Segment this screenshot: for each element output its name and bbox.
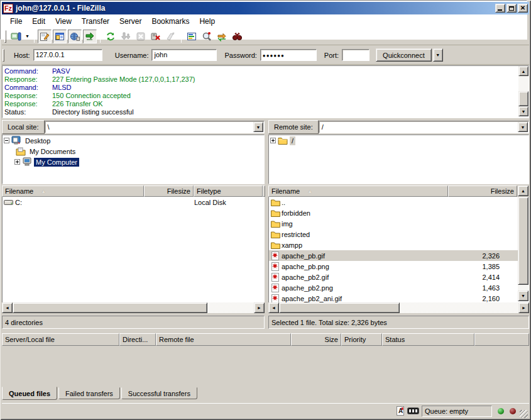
minimize-button[interactable] [495, 4, 505, 13]
remote-file-row[interactable]: apache_pb.png1,385 [269, 261, 528, 272]
menu-view[interactable]: View [50, 16, 77, 26]
column-header-lastmodified[interactable]: L [263, 185, 265, 197]
toolbar-grip[interactable] [4, 30, 6, 43]
scroll-left-button[interactable]: ◄ [2, 302, 13, 313]
column-header-filesize[interactable]: Filesize [144, 185, 194, 197]
scroll-right-button[interactable]: ► [254, 302, 265, 313]
remote-folder-row[interactable]: .. [269, 197, 528, 207]
reconnect-button[interactable] [164, 30, 178, 43]
scroll-left-button[interactable]: ◄ [268, 302, 279, 313]
host-input[interactable]: 127.0.0.1 [33, 49, 102, 61]
scroll-thumb[interactable] [13, 302, 207, 313]
remote-folder-row[interactable]: forbidden [269, 207, 528, 218]
tab-failed-transfers[interactable]: Failed transfers [58, 387, 120, 399]
tree-item-my-computer[interactable]: My Computer [3, 157, 264, 167]
tree-item-desktop[interactable]: Desktop [3, 135, 264, 146]
menu-file[interactable]: File [5, 16, 27, 26]
scroll-thumb[interactable] [518, 91, 528, 106]
remote-file-list[interactable]: .. forbidden img restricted xampp apache… [268, 197, 529, 302]
column-header-filesize[interactable]: Filesize [448, 185, 517, 197]
scroll-down-button[interactable]: ▼ [518, 290, 528, 301]
title-bar[interactable]: Fz john@127.0.0.1 - FileZilla ✕ [2, 2, 529, 14]
remote-folder-row[interactable]: img [269, 218, 528, 229]
resize-grip[interactable] [520, 410, 528, 418]
column-header-remote-file[interactable]: Remote file [156, 333, 291, 346]
username-input[interactable]: john [151, 49, 217, 61]
remote-file-row-selected[interactable]: apache_pb.gif2,326 [269, 250, 528, 261]
disconnect-button[interactable] [149, 30, 163, 43]
refresh-button[interactable] [104, 30, 118, 43]
quickconnect-button[interactable]: Quickconnect [376, 48, 432, 62]
tree-label-selected[interactable]: / [290, 136, 295, 145]
local-site-combo[interactable]: \ ▼ [45, 121, 265, 133]
scroll-down-button[interactable]: ▼ [518, 106, 528, 116]
sync-browsing-button[interactable] [215, 30, 229, 43]
remote-folder-row[interactable]: xampp [269, 240, 528, 250]
compare-button[interactable] [200, 30, 214, 43]
remote-file-row[interactable]: apache_pb2.gif2,414 [269, 272, 528, 282]
password-input[interactable]: ●●●●●● [260, 49, 317, 61]
scroll-up-button[interactable]: ▲ [518, 66, 528, 76]
local-site-dropdown[interactable]: ▼ [253, 122, 263, 132]
expand-icon[interactable] [14, 159, 20, 165]
column-header-filename[interactable]: Filename▲ [268, 185, 448, 197]
cancel-button[interactable] [134, 30, 148, 43]
tree-label-selected[interactable]: My Computer [34, 158, 79, 167]
site-manager-button[interactable] [9, 30, 23, 43]
sort-asc-icon: ▲ [307, 189, 312, 194]
quickconnect-dropdown[interactable]: ▼ [433, 48, 443, 62]
column-header-filename[interactable]: Filename▲ [2, 185, 144, 197]
column-header-size[interactable]: Size [291, 333, 341, 346]
menu-help[interactable]: Help [194, 16, 220, 26]
log-scrollbar: ▲ ▼ [518, 66, 528, 116]
menu-transfer[interactable]: Transfer [77, 16, 114, 26]
chevron-down-icon: ▼ [25, 34, 30, 38]
expand-icon[interactable] [270, 138, 276, 143]
scroll-thumb[interactable] [279, 302, 400, 313]
remote-file-row[interactable]: apache_pb2.png1,463 [269, 282, 528, 293]
remote-site-combo[interactable]: / ▼ [319, 121, 529, 133]
collapse-icon[interactable] [4, 138, 9, 143]
column-header-status[interactable]: Status [382, 333, 474, 346]
scroll-right-button[interactable]: ► [518, 302, 529, 313]
tree-item-root[interactable]: / [269, 135, 528, 146]
drive-icon [4, 199, 14, 206]
column-header-server-local-file[interactable]: Server/Local file [2, 333, 119, 346]
maximize-button[interactable] [506, 4, 517, 13]
column-header-direction[interactable]: Directi... [119, 333, 156, 346]
tab-successful-transfers[interactable]: Successful transfers [121, 387, 197, 399]
filter-button[interactable] [185, 30, 199, 43]
remote-file-row[interactable]: apache_pb2_ani.gif2,160 [269, 293, 528, 302]
column-header-priority[interactable]: Priority [341, 333, 382, 346]
transfer-type-button[interactable]: A [396, 406, 405, 416]
site-manager-dropdown[interactable]: ▼ [23, 30, 31, 43]
menu-edit[interactable]: Edit [27, 16, 50, 26]
scroll-thumb[interactable] [518, 197, 528, 285]
port-input[interactable] [342, 49, 370, 61]
local-list-header: Filename▲ Filesize Filetype L [2, 185, 265, 197]
close-button[interactable]: ✕ [518, 4, 528, 13]
remote-site-dropdown[interactable]: ▼ [518, 122, 528, 132]
toolbar-separator [34, 30, 35, 43]
tree-label[interactable]: Desktop [23, 136, 52, 145]
remote-folder-row[interactable]: restricted [269, 229, 528, 240]
tree-label[interactable]: My Documents [28, 147, 77, 156]
quickconnect-grip[interactable] [3, 49, 4, 62]
menu-bookmarks[interactable]: Bookmarks [146, 16, 194, 26]
process-queue-button[interactable] [119, 30, 133, 43]
toggle-local-tree-button[interactable] [53, 30, 67, 43]
column-header-filetype[interactable]: Filetype [194, 185, 263, 197]
message-log[interactable]: Command:PASV Response:227 Entering Passi… [2, 65, 529, 118]
toggle-remote-tree-button[interactable] [68, 30, 82, 43]
column-header-filler [474, 333, 529, 346]
scroll-up-button[interactable]: ▲ [518, 185, 528, 196]
tab-queued-files[interactable]: Queued files [2, 387, 57, 400]
find-files-button[interactable] [230, 30, 244, 43]
local-file-row[interactable]: C: Local Disk [3, 197, 264, 207]
toggle-queue-button[interactable] [83, 30, 97, 43]
toggle-message-log-button[interactable] [38, 30, 52, 43]
menu-server[interactable]: Server [114, 16, 146, 26]
ascii-indicator-icon: A [396, 406, 405, 416]
local-file-list[interactable]: C: Local Disk [2, 197, 265, 302]
tree-item-my-documents[interactable]: My Documents [3, 146, 264, 157]
